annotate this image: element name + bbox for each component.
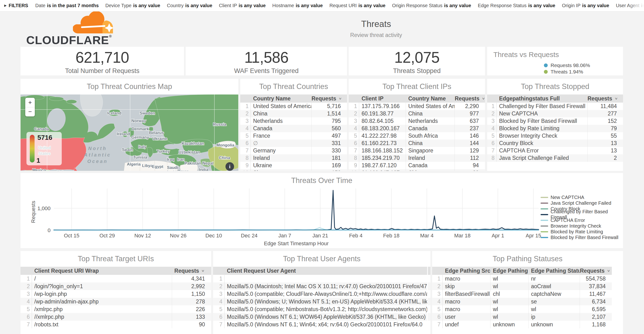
chart-legend-item[interactable]: Challenged by Filter Based Firewall xyxy=(540,212,623,217)
table-cell[interactable]: wl xyxy=(490,282,528,290)
table-cell[interactable]: 61.160.221.73 xyxy=(359,140,406,147)
column-header[interactable]: Requests∨ xyxy=(454,95,485,103)
table-cell[interactable]: captchaNew xyxy=(528,290,580,298)
threats-over-time-chart[interactable]: Oct 15Oct 29Nov 12Nov 26Dec 10Dec 24Jan … xyxy=(20,173,623,248)
table-cell[interactable]: Ukraine xyxy=(251,162,311,169)
zoom-out-button[interactable]: − xyxy=(25,107,35,117)
table-cell[interactable]: 4,341 xyxy=(172,275,211,282)
filter-chip[interactable]: Hostnameis any value xyxy=(272,3,323,8)
table-cell[interactable] xyxy=(427,298,430,305)
table-cell[interactable] xyxy=(427,313,430,321)
table-cell[interactable]: Mozilla/5.0 (Windows; U; Windows NT 5.1;… xyxy=(224,298,427,305)
table-cell[interactable]: skip xyxy=(442,282,490,290)
filter-chip[interactable]: Origin IPis any value xyxy=(562,3,609,8)
table-cell[interactable]: se xyxy=(528,298,580,305)
table-cell[interactable]: 94 xyxy=(454,162,485,169)
table-cell[interactable]: South Africa xyxy=(406,132,454,140)
table-cell[interactable]: Netherlands xyxy=(406,117,454,125)
column-header[interactable]: Edge Pathing Status xyxy=(528,267,580,275)
table-cell[interactable]: 169 xyxy=(311,162,347,169)
table-cell[interactable]: wl xyxy=(528,305,580,313)
table-cell[interactable]: Netherlands xyxy=(251,117,311,125)
column-header[interactable]: Client IP xyxy=(359,95,406,103)
table-cell[interactable]: 79 xyxy=(587,125,623,132)
table-cell[interactable]: / xyxy=(32,275,172,282)
table-cell[interactable]: 1,514 xyxy=(311,110,347,117)
table-cell[interactable]: Singapore xyxy=(406,147,454,154)
table-cell[interactable]: 41.222.227.98 xyxy=(359,132,406,140)
table-cell[interactable]: United States of America xyxy=(406,103,454,110)
column-header[interactable]: Requests∨ xyxy=(172,267,211,275)
table-cell[interactable]: 6,595 xyxy=(580,305,612,313)
table-cell[interactable]: 5,716 xyxy=(311,103,347,110)
chart-legend-item[interactable]: Browser Integrity Check xyxy=(540,223,623,229)
table-cell[interactable]: United States of America xyxy=(251,103,311,110)
table-cell[interactable]: Blocked by Filter Based Firewall xyxy=(497,117,587,125)
table-cell[interactable]: macro xyxy=(442,305,490,313)
table-cell[interactable]: 13 xyxy=(587,140,623,147)
map-info-button[interactable]: i xyxy=(226,162,234,171)
table-cell[interactable]: 61.160.247.127 xyxy=(359,169,406,171)
table-cell[interactable]: 277 xyxy=(587,110,623,117)
table-cell[interactable]: 146 xyxy=(454,132,485,140)
table-cell[interactable]: Mozilla/5.0 (compatible; Nimbostratus-Bo… xyxy=(224,305,427,313)
table-cell[interactable]: user xyxy=(442,313,490,321)
filter-chip[interactable]: Client IPis any value xyxy=(219,3,266,8)
filters-toggle[interactable]: ▶ FILTERS xyxy=(4,3,28,8)
table-cell[interactable]: wl xyxy=(490,313,528,321)
table-cell[interactable]: 2,107 xyxy=(580,313,612,321)
table-cell[interactable]: 278 xyxy=(172,298,211,305)
table-cell[interactable]: 185.234.219.70 xyxy=(359,154,406,162)
table-cell[interactable]: 560 xyxy=(311,125,347,132)
table-cell[interactable]: 637 xyxy=(454,117,485,125)
table-cell[interactable]: Mozilla/5.0 (Windows NT 6.1; WOW64) Appl… xyxy=(224,313,427,321)
table-cell[interactable]: 237 xyxy=(454,125,485,132)
table-cell[interactable]: macro xyxy=(442,298,490,305)
table-cell[interactable]: China xyxy=(406,140,454,147)
table-cell[interactable]: 158 xyxy=(311,169,347,171)
table-cell[interactable]: 181 xyxy=(311,154,347,162)
table-cell[interactable]: 11,484 xyxy=(587,103,623,110)
column-header[interactable]: Requests∨ xyxy=(587,95,623,103)
table-cell[interactable]: Ireland xyxy=(406,154,454,162)
table-cell[interactable]: /wp-login.php xyxy=(32,290,172,298)
table-cell[interactable]: wl xyxy=(490,275,528,282)
table-cell[interactable]: 129 xyxy=(454,147,485,154)
column-header[interactable]: Client Request User Agent xyxy=(224,267,427,275)
chart-legend-item[interactable]: Blocked by Rate Limiting xyxy=(540,229,623,234)
chart-legend-item[interactable]: Blocked by Filter Based Firewall xyxy=(540,234,623,240)
table-cell[interactable]: 330 xyxy=(311,147,347,154)
table-cell[interactable] xyxy=(427,321,430,328)
table-cell[interactable]: 152 xyxy=(587,117,623,125)
table-cell[interactable]: 90 xyxy=(172,321,211,328)
table-cell[interactable]: nr xyxy=(528,275,580,282)
table-cell[interactable]: France xyxy=(251,132,311,140)
table-cell[interactable]: 1,168 xyxy=(580,321,612,328)
table-cell[interactable] xyxy=(427,275,430,282)
table-cell[interactable] xyxy=(427,282,430,290)
table-cell[interactable]: Country Block xyxy=(497,140,587,147)
table-cell[interactable]: aoCrawl xyxy=(528,282,580,290)
table-cell[interactable]: chl xyxy=(490,290,528,298)
table-cell[interactable]: macro xyxy=(442,275,490,282)
table-cell[interactable]: /xmlrpc.php xyxy=(32,305,172,313)
table-cell[interactable]: 80.82.64.105 xyxy=(359,117,406,125)
table-cell[interactable]: Singapore xyxy=(251,169,311,171)
table-cell[interactable]: Canada xyxy=(251,125,311,132)
column-header[interactable]: Edge Pathing Src xyxy=(442,267,490,275)
column-header[interactable]: Requests∨ xyxy=(311,95,347,103)
chart-legend-item[interactable]: New CAPTCHA xyxy=(540,194,623,200)
table-cell[interactable]: 554,758 xyxy=(580,275,612,282)
table-cell[interactable]: 6,734 xyxy=(580,298,612,305)
column-header[interactable]: Edgepathingstatus Full xyxy=(497,95,587,103)
table-cell[interactable]: 331 xyxy=(311,140,347,147)
filter-chip[interactable]: Countryis any value xyxy=(167,3,212,8)
table-cell[interactable]: 68.183.200.167 xyxy=(359,125,406,132)
table-cell[interactable] xyxy=(427,290,430,298)
table-cell[interactable]: Mozilla/5.0 (compatible; CloudFlare-Alwa… xyxy=(224,290,427,298)
country-denmark[interactable] xyxy=(149,127,153,131)
table-cell[interactable]: 133 xyxy=(172,313,211,321)
column-header[interactable]: Client Request URI Wrap xyxy=(32,267,172,275)
table-cell[interactable] xyxy=(427,305,430,313)
table-cell[interactable]: unknown xyxy=(528,321,580,328)
